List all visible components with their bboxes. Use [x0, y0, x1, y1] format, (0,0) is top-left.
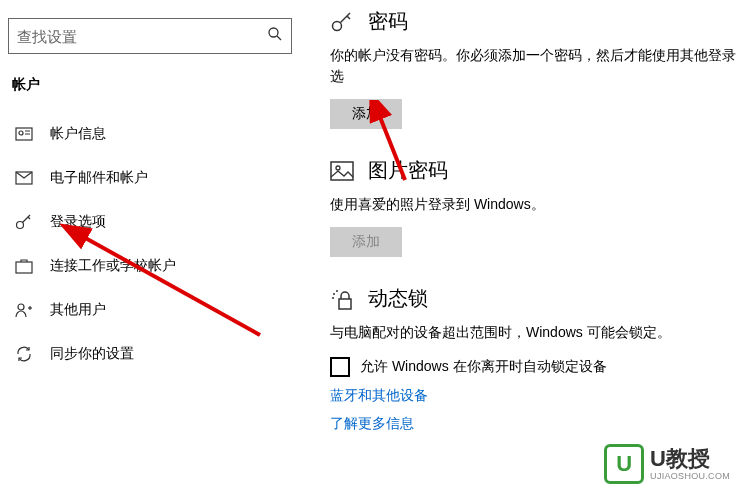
- dynamic-lock-title: 动态锁: [368, 285, 428, 312]
- users-icon: [12, 302, 36, 318]
- more-info-link[interactable]: 了解更多信息: [330, 415, 736, 433]
- sidebar-item-work-school[interactable]: 连接工作或学校帐户: [8, 244, 292, 288]
- svg-point-18: [336, 166, 340, 170]
- svg-line-9: [28, 217, 30, 219]
- svg-rect-22: [339, 299, 351, 309]
- svg-point-0: [269, 28, 278, 37]
- password-desc: 你的帐户没有密码。你必须添加一个密码，然后才能使用其他登录选: [330, 45, 736, 87]
- sidebar-item-sync[interactable]: 同步你的设置: [8, 332, 292, 376]
- password-add-button[interactable]: 添加: [330, 99, 402, 129]
- watermark-badge: U: [604, 444, 644, 484]
- section-title: 帐户: [12, 76, 292, 94]
- picture-password-title: 图片密码: [368, 157, 448, 184]
- key-icon: [330, 10, 358, 34]
- password-section: 密码 你的帐户没有密码。你必须添加一个密码，然后才能使用其他登录选 添加: [330, 8, 736, 129]
- picture-password-add-button[interactable]: 添加: [330, 227, 402, 257]
- sidebar-item-email[interactable]: 电子邮件和帐户: [8, 156, 292, 200]
- watermark-main: U教授: [650, 448, 730, 470]
- svg-point-19: [336, 290, 338, 292]
- svg-point-3: [19, 131, 23, 135]
- sidebar-item-label: 同步你的设置: [50, 345, 134, 363]
- sync-icon: [12, 345, 36, 363]
- sidebar-item-signin-options[interactable]: 登录选项: [8, 200, 292, 244]
- sidebar-item-label: 帐户信息: [50, 125, 106, 143]
- svg-point-21: [332, 297, 334, 299]
- picture-icon: [330, 161, 358, 181]
- picture-password-section: 图片密码 使用喜爱的照片登录到 Windows。 添加: [330, 157, 736, 257]
- dynamic-lock-desc: 与电脑配对的设备超出范围时，Windows 可能会锁定。: [330, 322, 736, 343]
- search-box[interactable]: [8, 18, 292, 54]
- watermark: U U教授 UJIAOSHOU.COM: [604, 444, 730, 484]
- password-title: 密码: [368, 8, 408, 35]
- dynamic-lock-checkbox[interactable]: [330, 357, 350, 377]
- svg-rect-17: [331, 162, 353, 180]
- email-icon: [12, 171, 36, 185]
- briefcase-icon: [12, 258, 36, 274]
- sidebar-item-label: 连接工作或学校帐户: [50, 257, 176, 275]
- sidebar-item-label: 其他用户: [50, 301, 106, 319]
- dynamic-lock-icon: [330, 287, 358, 311]
- svg-point-14: [333, 21, 342, 30]
- svg-rect-10: [16, 262, 32, 273]
- dynamic-lock-checkbox-label: 允许 Windows 在你离开时自动锁定设备: [360, 358, 607, 376]
- svg-point-7: [17, 222, 24, 229]
- picture-password-desc: 使用喜爱的照片登录到 Windows。: [330, 194, 736, 215]
- sidebar-item-account-info[interactable]: 帐户信息: [8, 112, 292, 156]
- bluetooth-link[interactable]: 蓝牙和其他设备: [330, 387, 736, 405]
- sidebar-item-label: 电子邮件和帐户: [50, 169, 148, 187]
- sidebar-item-other-users[interactable]: 其他用户: [8, 288, 292, 332]
- svg-line-1: [277, 36, 281, 40]
- account-info-icon: [12, 125, 36, 143]
- search-icon: [267, 26, 283, 46]
- search-input[interactable]: [17, 28, 267, 45]
- svg-line-16: [347, 16, 350, 19]
- svg-point-20: [333, 293, 335, 295]
- key-icon: [12, 213, 36, 231]
- dynamic-lock-section: 动态锁 与电脑配对的设备超出范围时，Windows 可能会锁定。 允许 Wind…: [330, 285, 736, 433]
- sidebar-item-label: 登录选项: [50, 213, 106, 231]
- svg-point-11: [18, 304, 24, 310]
- svg-line-8: [23, 215, 31, 223]
- watermark-sub: UJIAOSHOU.COM: [650, 472, 730, 481]
